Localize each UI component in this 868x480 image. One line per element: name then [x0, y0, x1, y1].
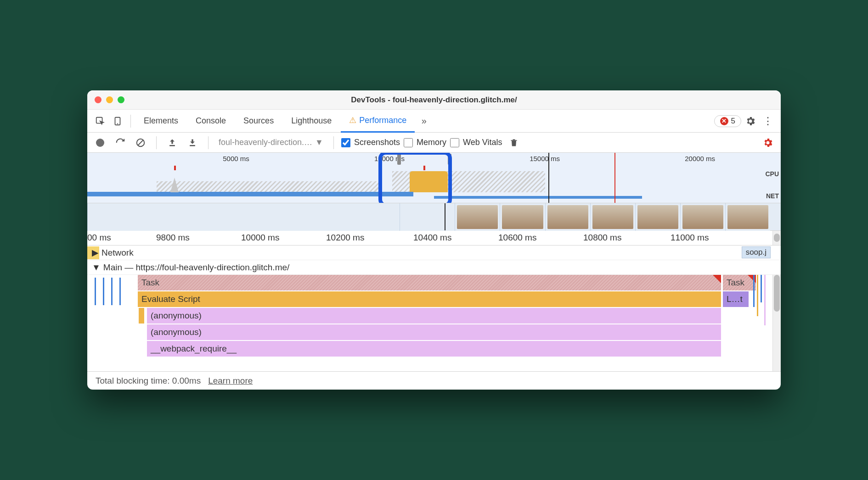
flame-lt[interactable]: L…t: [723, 291, 749, 307]
tab-sources[interactable]: Sources: [235, 110, 282, 133]
ruler-tick: 10800 ms: [583, 233, 621, 243]
chevron-down-icon: ▼: [315, 138, 323, 147]
screenshots-checkbox[interactable]: Screenshots: [341, 138, 400, 147]
network-track-header[interactable]: ▶ Network soop.j: [87, 246, 781, 260]
flame-tick: [103, 278, 104, 305]
tab-elements[interactable]: Elements: [135, 110, 186, 133]
long-task-indicator: [713, 275, 721, 283]
reload-button[interactable]: [112, 134, 129, 151]
separator: [130, 115, 131, 128]
svg-rect-5: [169, 145, 175, 146]
tab-performance[interactable]: ⚠ Performance: [341, 110, 415, 133]
flame-anon1[interactable]: (anonymous): [147, 308, 721, 324]
memory-label: Memory: [417, 138, 446, 147]
settings-icon[interactable]: [742, 113, 759, 129]
overview-cursor: [548, 153, 549, 203]
main-track-header[interactable]: ▼ Main — https://foul-heavenly-direction…: [87, 260, 781, 275]
flame-task-label: Task: [141, 278, 159, 288]
flame-anon2-label: (anonymous): [151, 327, 202, 337]
zoom-icon[interactable]: [118, 96, 124, 103]
devtools-window: DevTools - foul-heavenly-direction.glitc…: [87, 90, 781, 390]
overview-timeline[interactable]: 5000 ms 10000 ms 15000 ms 20000 ms CPU N…: [87, 153, 781, 203]
ov-tick: 15000 ms: [530, 155, 560, 162]
flame-stub[interactable]: [139, 308, 144, 324]
clear-button[interactable]: [132, 134, 149, 151]
flame-task[interactable]: Task: [138, 275, 721, 290]
close-icon[interactable]: [95, 96, 101, 103]
highlight-annotation: [378, 153, 452, 203]
screenshots-label: Screenshots: [354, 138, 400, 147]
tab-lighthouse[interactable]: Lighthouse: [283, 110, 340, 133]
ruler-tick: 9800 ms: [156, 233, 190, 243]
overview-marker-red: [614, 153, 615, 203]
ruler-tick: 11000 ms: [671, 233, 709, 243]
ruler-tick: 10200 ms: [326, 233, 364, 243]
separator: [208, 136, 209, 149]
ruler-tick: 00 ms: [87, 233, 111, 243]
webvitals-input[interactable]: [450, 138, 459, 147]
flame-evaluate-script[interactable]: Evaluate Script: [138, 291, 721, 307]
svg-line-4: [138, 140, 143, 145]
titlebar: DevTools - foul-heavenly-direction.glitc…: [87, 90, 781, 110]
flame-webpack-require[interactable]: __webpack_require__: [147, 341, 721, 357]
upload-button[interactable]: [164, 134, 180, 151]
flame-anon1-label: (anonymous): [151, 311, 202, 321]
webvitals-label: Web Vitals: [463, 138, 502, 147]
collapse-icon[interactable]: ▼: [92, 262, 101, 273]
flame-tick: [119, 278, 121, 305]
flame-wpk-label: __webpack_require__: [151, 344, 237, 354]
ruler-tick: 10000 ms: [241, 233, 279, 243]
expand-icon[interactable]: ▶: [92, 247, 99, 258]
memory-checkbox[interactable]: Memory: [404, 138, 446, 147]
flame-chart[interactable]: Task Task Evaluate Script L…t (anonymous…: [87, 275, 781, 371]
warning-icon: ⚠: [349, 115, 356, 125]
download-button[interactable]: [184, 134, 201, 151]
detail-ruler[interactable]: 00 ms 9800 ms 10000 ms 10200 ms 10400 ms…: [87, 231, 781, 246]
screenshots-input[interactable]: [341, 138, 350, 147]
kebab-menu-icon[interactable]: ⋮: [760, 113, 776, 129]
flame-task2-label: Task: [727, 278, 744, 288]
devtools-tabbar: Elements Console Sources Lighthouse ⚠ Pe…: [87, 110, 781, 133]
device-toggle-icon[interactable]: [109, 113, 126, 129]
perf-toolbar: foul-heavenly-direction.… ▼ Screenshots …: [87, 133, 781, 153]
trash-button[interactable]: [506, 134, 522, 151]
separator: [333, 136, 334, 149]
ruler-tick: 10600 ms: [498, 233, 536, 243]
ruler-tick: 10400 ms: [413, 233, 451, 243]
flame-lt-label: L…t: [727, 294, 743, 304]
error-icon: ✕: [720, 117, 728, 125]
main-label: Main — https://foul-heavenly-direction.g…: [103, 262, 290, 273]
window-title: DevTools - foul-heavenly-direction.glitc…: [87, 95, 781, 105]
inspect-icon[interactable]: [92, 113, 108, 129]
error-badge[interactable]: ✕ 5: [714, 115, 741, 127]
network-label: Network: [101, 248, 134, 258]
flame-tick: [111, 278, 113, 305]
learn-more-link[interactable]: Learn more: [208, 376, 253, 386]
flame-scrollbar[interactable]: [772, 275, 781, 371]
memory-input[interactable]: [404, 138, 413, 147]
filmstrip-cursor: [445, 203, 445, 230]
flame-anon2[interactable]: (anonymous): [147, 324, 721, 340]
ov-tick: 20000 ms: [685, 155, 715, 162]
traffic-lights: [95, 96, 124, 103]
webvitals-checkbox[interactable]: Web Vitals: [450, 138, 502, 147]
error-count: 5: [731, 117, 735, 126]
flame-eval-label: Evaluate Script: [141, 294, 200, 304]
flame-right-ticks: [751, 275, 770, 371]
ov-tick: 5000 ms: [223, 155, 249, 162]
tbt-label: Total blocking time: 0.00ms: [96, 376, 201, 386]
filmstrip[interactable]: [87, 203, 781, 231]
tab-performance-label: Performance: [359, 116, 406, 125]
profile-select[interactable]: foul-heavenly-direction.… ▼: [216, 138, 326, 147]
flame-tick: [95, 278, 96, 305]
capture-settings-icon[interactable]: [760, 134, 776, 151]
minimize-icon[interactable]: [106, 96, 113, 103]
separator: [156, 136, 157, 149]
record-button[interactable]: [92, 134, 108, 151]
more-tabs-icon[interactable]: »: [416, 113, 432, 129]
profile-select-label: foul-heavenly-direction.…: [219, 138, 312, 147]
network-file-tag[interactable]: soop.j: [742, 246, 771, 258]
tab-console[interactable]: Console: [187, 110, 234, 133]
scrollbar[interactable]: [772, 231, 781, 245]
svg-rect-6: [190, 145, 195, 146]
